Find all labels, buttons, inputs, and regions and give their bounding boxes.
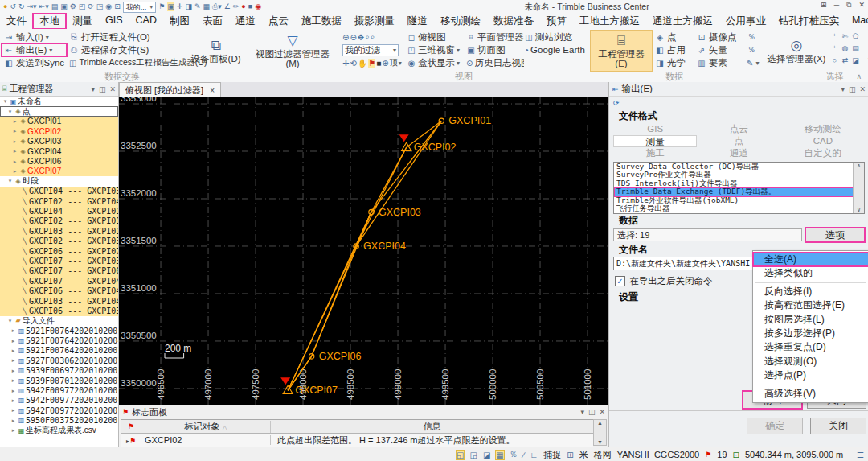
format-tab-自定义的[interactable]: 自定义的	[781, 147, 865, 159]
format-tab-测量[interactable]: 测量	[613, 135, 697, 147]
collapsed-icon[interactable]: ▸	[10, 357, 17, 364]
collapsed-icon[interactable]: ▸	[10, 377, 17, 384]
sync-icon[interactable]: ⟳	[88, 2, 94, 11]
tree-row-file[interactable]: ▸▥5921F0076420201020070…	[0, 346, 118, 356]
highlight-icon[interactable]: ▣	[167, 2, 174, 11]
menu-item-CAD[interactable]: CAD	[129, 14, 163, 29]
point-marker-GXCPI02[interactable]	[402, 142, 411, 150]
gear-icon[interactable]: ⚙	[70, 2, 76, 11]
features-button[interactable]: ▥要素	[694, 56, 744, 69]
flags-scrollbar[interactable]: ▲▼	[593, 419, 607, 446]
open-icon[interactable]: ▤	[51, 2, 59, 11]
column-flagged-object[interactable]: 标记对象 △	[141, 421, 271, 433]
note-icon[interactable]: ◰	[79, 2, 86, 11]
menu-item-本地[interactable]: 本地	[33, 14, 66, 29]
import-button[interactable]: ⇥输入(I)▾	[2, 31, 67, 43]
send-to-sync-button[interactable]: ◧发送到Sync	[2, 56, 67, 69]
filter-tool-icon[interactable]: ％	[744, 31, 759, 43]
grid-label[interactable]: 格网	[594, 449, 612, 461]
redo-icon[interactable]: ↻	[18, 2, 25, 11]
context-menu-item-选择点(P)[interactable]: 选择点(P)	[753, 368, 868, 382]
context-menu-item-选择类似的[interactable]: 选择类似的	[753, 266, 868, 280]
collapsed-icon[interactable]: ▸	[10, 368, 17, 374]
close-icon[interactable]: ✕	[109, 85, 116, 93]
occupations-button[interactable]: ◧占用	[653, 43, 694, 56]
unit-label[interactable]: 米	[579, 449, 588, 461]
slope-icon[interactable]: ∕	[523, 451, 525, 459]
project-explorer-button[interactable]: ⌸ 工程管理器(E)	[590, 30, 653, 72]
expanded-icon[interactable]: ▾	[6, 109, 14, 115]
context-menu-item-按图层选择(L)[interactable]: 按图层选择(L)	[753, 313, 868, 327]
plane-toggle-icon[interactable]: ◪	[483, 451, 490, 459]
format-tab-通道[interactable]: 通道	[697, 147, 780, 159]
collapsed-icon[interactable]: ▸	[11, 118, 18, 125]
view-filter-manager-button[interactable]: ▽ 视图过滤器管理器(M)	[248, 30, 338, 72]
menu-item-工地土方搬运[interactable]: 工地土方搬运	[573, 14, 646, 29]
tree-row-file[interactable]: ▸▥5942F0097720201020070…	[0, 405, 118, 415]
context-menu-item-反向选择(I)[interactable]: 反向选择(I)	[753, 285, 868, 298]
angle-icon[interactable]: ∟	[530, 451, 538, 459]
column-info[interactable]: 信息	[271, 421, 593, 433]
grid-icon[interactable]: ▦	[203, 2, 210, 11]
tree-row-session[interactable]: ╲GXCPI03 --- GXCPI01 (…	[0, 226, 118, 236]
export-icon[interactable]: ⇤▾	[39, 2, 49, 11]
plan-view-svg[interactable]: 3353000335250033520003351500335100033505…	[119, 97, 608, 405]
close-icon[interactable]: ✕	[858, 1, 865, 10]
context-menu-item-高级选择(V)[interactable]: 高级选择(V)	[753, 387, 868, 401]
camera-points-button[interactable]: ⊡摄像点	[694, 31, 744, 43]
limit-box-button[interactable]: ◉盒状显示▾	[407, 56, 466, 69]
expanded-icon[interactable]: ▾	[6, 318, 14, 324]
tree-row-session[interactable]: ╲GXCPI04 --- GXCPI03 (…	[0, 187, 118, 196]
menu-item-制图[interactable]: 制图	[163, 14, 196, 29]
menu-item-钻孔打桩压实[interactable]: 钻孔打桩压实	[772, 14, 845, 29]
format-tab-GIS[interactable]: GIS	[613, 123, 697, 135]
tree-row-session[interactable]: ╲GXCPI06 --- GXCPI04 (…	[0, 286, 118, 295]
menu-item-摄影测量[interactable]: 摄影测量	[348, 14, 401, 29]
menu-item-文件[interactable]: 文件	[0, 14, 33, 29]
context-menu-item-按高程范围选择(E)[interactable]: 按高程范围选择(E)	[753, 298, 868, 312]
pin-icon[interactable]: ◫	[99, 85, 106, 93]
brush-tool-icon[interactable]: ✎▾	[744, 56, 759, 69]
tree-row-point[interactable]: ▸◈GXCPI03	[0, 137, 118, 146]
plan-view-button[interactable]: ◻俯视图	[407, 31, 466, 43]
filter-tool2-icon[interactable]: ％	[744, 43, 759, 56]
flag-icon[interactable]: ⚑	[158, 2, 165, 11]
record-icon[interactable]: ●	[241, 2, 245, 11]
tree-row-folder[interactable]: ▾▰导入文件	[0, 316, 118, 326]
tab-plan-view[interactable]: 俯视图 [我的过滤器] ×	[119, 82, 221, 97]
menu-item-预算[interactable]: 预算	[540, 14, 573, 29]
format-tab-点云[interactable]: 点云	[697, 123, 780, 135]
collapsed-icon[interactable]: ▸	[10, 418, 17, 424]
tree-row-csv[interactable]: ▸▦坐标高程成果表.csv	[0, 426, 118, 435]
pin-icon[interactable]: ◫	[849, 85, 856, 93]
exporter-item[interactable]: 飞行任务导出器	[614, 204, 864, 212]
format-tab-点[interactable]: 点	[697, 135, 780, 147]
baseline-GXCPI06-GXCPI03[interactable]	[312, 212, 371, 356]
collapsed-icon[interactable]: ▸	[10, 407, 17, 414]
context-menu-item-全选(A)[interactable]: 全选(A)	[753, 253, 868, 266]
minimize-icon[interactable]: ─	[834, 1, 839, 10]
plan-view-canvas[interactable]: 3353000335250033520003351500335100033505…	[119, 97, 608, 405]
collapsed-icon[interactable]: ▸	[11, 168, 18, 175]
tree-row-file[interactable]: ▸▥5950F0037520201020013…	[0, 416, 118, 426]
export-button[interactable]: ⇤输出(E)▾	[2, 43, 67, 56]
plane-manager-button[interactable]: ⌗平面管理器	[466, 31, 524, 43]
tbc-report-generator-button[interactable]: ◫Trimble Access工程报告生成器(U)	[67, 56, 189, 69]
tree-row-point[interactable]: ▸◈GXCPI06	[0, 156, 118, 166]
tree-row-session[interactable]: ╲GXCPI06 --- GXCPI07 (…	[0, 246, 118, 256]
menu-item-通道[interactable]: 通道	[229, 14, 262, 29]
percent-icon[interactable]: ％	[510, 449, 518, 460]
google-earth-button[interactable]: ◔Google Earth(G)	[524, 43, 585, 56]
select-icon[interactable]: ✛	[177, 2, 183, 11]
select-all-button[interactable]: ⊡ 全选(A)	[861, 30, 868, 72]
format-tab-移动测绘[interactable]: 移动测绘	[781, 123, 865, 135]
cancel-icon[interactable]: ◉	[255, 2, 261, 11]
tree-row-session[interactable]: ╲GXCPI02 --- GXCPI03 (…	[0, 236, 118, 245]
close-after-export-checkbox[interactable]: ✓	[615, 276, 625, 286]
flag-column-icon[interactable]: ⚑	[121, 422, 141, 430]
stop-icon[interactable]: ■	[248, 2, 252, 11]
collapsed-icon[interactable]: ▸	[11, 158, 18, 165]
menu-item-隧道[interactable]: 隧道	[401, 14, 434, 29]
tree-row-session[interactable]: ╲GXCPI07 --- GXCPI03 (…	[0, 256, 118, 265]
globe-icon[interactable]: ◉	[105, 2, 112, 11]
